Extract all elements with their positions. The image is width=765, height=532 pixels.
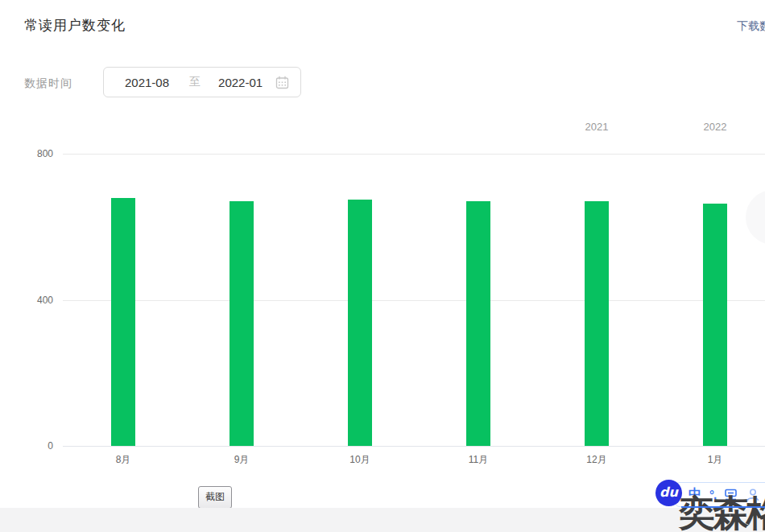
footer-strip: [0, 508, 765, 532]
screenshot-button[interactable]: 截图: [198, 486, 232, 509]
chart-bar-11月[interactable]: [466, 201, 490, 446]
gridline-800: [63, 154, 765, 155]
ime-toolbar-underline: [681, 506, 765, 508]
year-label-2021: 2021: [573, 121, 621, 133]
x-axis-tick-label: 10月: [336, 453, 384, 467]
chart-bar-10月[interactable]: [348, 200, 372, 446]
baidu-ime-logo[interactable]: du: [655, 480, 682, 506]
chart-bar-12月[interactable]: [585, 201, 609, 446]
x-axis-tick-label: 8月: [99, 453, 147, 467]
x-axis-tick-label: 1月: [691, 453, 739, 467]
year-label-2022: 2022: [691, 121, 739, 133]
gridline-400: [63, 300, 765, 301]
x-axis-tick-label: 9月: [217, 453, 266, 467]
gridline-0: [63, 446, 765, 447]
baidu-ime-logo-text: du: [660, 485, 678, 500]
y-axis-tick-label: 0: [14, 440, 53, 452]
x-axis-tick-label: 12月: [573, 453, 621, 467]
readers-bar-chart: 04008008月9月10月11月12月1月20212022: [0, 0, 765, 483]
y-axis-tick-label: 400: [14, 295, 53, 306]
x-axis-tick-label: 11月: [454, 453, 502, 467]
chart-bar-9月[interactable]: [229, 201, 254, 446]
watermark-text: 奕森格: [679, 493, 765, 532]
chart-bar-8月[interactable]: [111, 198, 135, 446]
y-axis-tick-label: 800: [14, 148, 53, 159]
chart-bar-1月[interactable]: [703, 204, 727, 446]
